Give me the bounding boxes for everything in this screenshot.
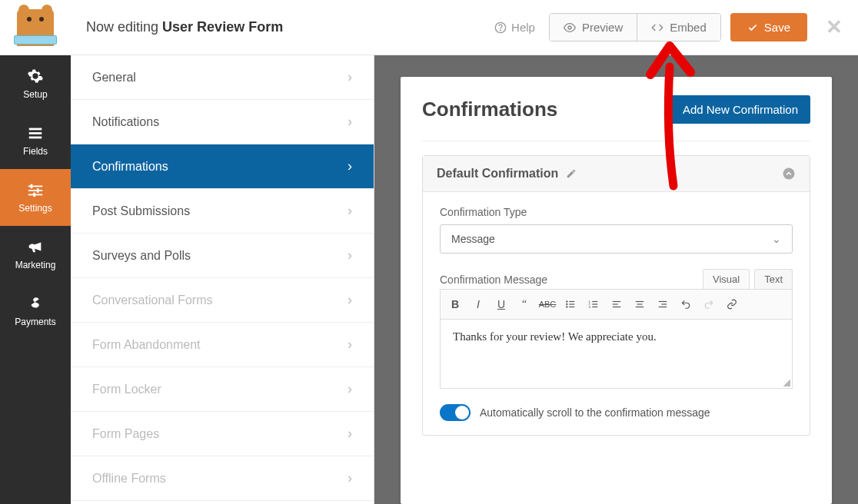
redo-button[interactable] — [699, 294, 719, 314]
eye-icon — [564, 22, 576, 34]
settings-item-conversational-forms[interactable]: Conversational Forms› — [71, 278, 374, 323]
link-button[interactable] — [722, 294, 742, 314]
svg-point-17 — [566, 306, 567, 307]
svg-point-2 — [568, 26, 571, 29]
editing-prefix: Now editing — [86, 19, 158, 35]
align-left-button[interactable] — [607, 294, 627, 314]
nav-settings[interactable]: Settings — [0, 169, 71, 226]
confirmation-type-select[interactable]: Message ⌄ — [440, 224, 793, 254]
strikethrough-button[interactable]: ABC — [537, 294, 557, 314]
primary-nav: Setup Fields Settings Marketing Payments — [0, 55, 71, 504]
align-center-icon — [634, 299, 645, 310]
ul-button[interactable] — [560, 294, 580, 314]
blockquote-button[interactable]: “ — [514, 294, 534, 314]
svg-rect-22 — [592, 303, 597, 304]
svg-point-13 — [566, 300, 567, 302]
settings-item-webhooks[interactable]: Webhooks› — [71, 501, 374, 504]
align-right-button[interactable] — [653, 294, 673, 314]
svg-rect-7 — [28, 190, 42, 191]
auto-scroll-label: Automatically scroll to the confirmation… — [480, 406, 710, 419]
svg-text:3: 3 — [589, 305, 591, 309]
svg-rect-20 — [592, 301, 597, 302]
settings-list: General› Notifications› Confirmations› P… — [71, 55, 374, 504]
resize-handle[interactable] — [783, 379, 790, 386]
svg-point-12 — [783, 168, 795, 180]
svg-rect-3 — [29, 128, 42, 131]
add-new-confirmation-button[interactable]: Add New Confirmation — [670, 95, 810, 124]
chevron-right-icon: › — [348, 381, 352, 397]
confirmation-card: Default Confirmation Confirmation Type M… — [422, 155, 810, 436]
svg-rect-16 — [569, 303, 574, 304]
undo-icon — [680, 299, 691, 310]
ul-icon — [565, 299, 576, 310]
nav-setup[interactable]: Setup — [0, 55, 71, 112]
help-link[interactable]: Help — [494, 21, 535, 34]
confirmation-message-label: Confirmation Message — [440, 274, 547, 286]
settings-item-offline-forms[interactable]: Offline Forms› — [71, 456, 374, 501]
editing-title: Now editing User Review Form — [71, 19, 494, 35]
collapse-icon[interactable] — [782, 167, 796, 181]
link-icon — [727, 299, 737, 310]
settings-item-form-pages[interactable]: Form Pages› — [71, 412, 374, 456]
bold-button[interactable]: B — [445, 294, 465, 314]
nav-fields[interactable]: Fields — [0, 112, 71, 169]
form-name: User Review Form — [162, 19, 283, 35]
chevron-right-icon: › — [348, 470, 352, 486]
embed-button[interactable]: Embed — [637, 14, 720, 41]
nav-marketing[interactable]: Marketing — [0, 226, 71, 283]
editor-tab-visual[interactable]: Visual — [703, 269, 750, 289]
bullhorn-icon — [27, 238, 44, 255]
save-button[interactable]: Save — [730, 13, 807, 41]
pencil-icon[interactable] — [566, 168, 577, 179]
svg-rect-11 — [33, 193, 35, 197]
chevron-right-icon: › — [348, 426, 352, 442]
sliders-icon — [27, 181, 44, 198]
svg-point-15 — [566, 303, 567, 305]
svg-rect-6 — [28, 186, 42, 187]
editor-toolbar: B I U “ ABC 123 — [440, 289, 793, 320]
dollar-icon — [27, 295, 44, 312]
align-left-icon — [611, 299, 622, 310]
redo-icon — [703, 299, 714, 310]
svg-rect-24 — [592, 307, 597, 307]
svg-rect-9 — [31, 184, 33, 189]
chevron-right-icon: › — [348, 292, 352, 308]
panel-title: Confirmations — [422, 98, 557, 121]
chevron-right-icon: › — [348, 337, 352, 353]
svg-rect-4 — [29, 132, 42, 134]
settings-item-form-abandonment[interactable]: Form Abandonment› — [71, 323, 374, 367]
chevron-down-icon: ⌄ — [772, 233, 781, 245]
chevron-right-icon: › — [348, 247, 352, 264]
auto-scroll-toggle[interactable] — [440, 404, 471, 421]
chevron-right-icon: › — [348, 69, 352, 85]
svg-rect-5 — [29, 137, 42, 139]
confirmation-message-editor[interactable]: Thanks for your review! We appreciate yo… — [440, 320, 793, 389]
settings-item-general[interactable]: General› — [71, 55, 374, 100]
settings-item-surveys-and-polls[interactable]: Surveys and Polls› — [71, 234, 374, 278]
close-button[interactable]: ✕ — [826, 15, 843, 39]
settings-item-confirmations[interactable]: Confirmations› — [71, 144, 374, 189]
chevron-right-icon: › — [348, 158, 352, 174]
ol-icon: 123 — [588, 299, 599, 310]
undo-button[interactable] — [676, 294, 696, 314]
confirmation-type-label: Confirmation Type — [440, 206, 793, 218]
settings-item-notifications[interactable]: Notifications› — [71, 100, 374, 144]
svg-point-1 — [500, 29, 501, 30]
ol-button[interactable]: 123 — [584, 294, 604, 314]
check-icon — [747, 22, 758, 33]
underline-button[interactable]: U — [491, 294, 511, 314]
editor-tab-text[interactable]: Text — [754, 269, 793, 289]
list-icon — [27, 124, 44, 141]
chevron-right-icon: › — [348, 114, 352, 130]
settings-item-post-submissions[interactable]: Post Submissions› — [71, 189, 374, 234]
settings-item-form-locker[interactable]: Form Locker› — [71, 367, 374, 412]
code-icon — [651, 22, 663, 34]
align-center-button[interactable] — [630, 294, 650, 314]
app-logo[interactable] — [0, 9, 71, 46]
nav-payments[interactable]: Payments — [0, 283, 71, 340]
align-right-icon — [657, 299, 668, 310]
help-icon — [494, 22, 507, 34]
preview-button[interactable]: Preview — [550, 14, 637, 41]
gear-icon — [27, 68, 44, 85]
italic-button[interactable]: I — [468, 294, 488, 314]
